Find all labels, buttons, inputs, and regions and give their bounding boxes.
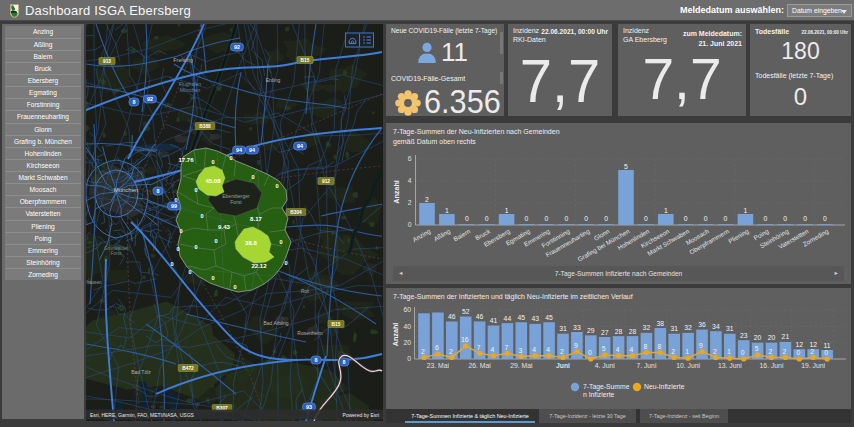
svg-text:München: München [180, 87, 201, 93]
svg-text:0: 0 [229, 155, 232, 161]
svg-text:2: 2 [449, 348, 453, 355]
svg-text:8: 8 [133, 99, 136, 105]
svg-text:17.76: 17.76 [178, 156, 194, 163]
svg-text:27: 27 [601, 329, 609, 336]
svg-text:7: 7 [505, 344, 509, 351]
svg-text:Bad Aibling: Bad Aibling [263, 320, 288, 326]
svg-text:9.43: 9.43 [218, 223, 230, 230]
svg-text:5: 5 [755, 345, 759, 352]
svg-text:4: 4 [616, 346, 620, 353]
svg-text:0: 0 [279, 239, 282, 245]
svg-text:Pliening: Pliening [727, 227, 751, 245]
svg-text:8: 8 [157, 188, 160, 194]
svg-text:7: 7 [477, 344, 481, 351]
svg-text:B15: B15 [332, 322, 341, 327]
svg-text:22.12: 22.12 [251, 262, 267, 269]
svg-text:28: 28 [629, 328, 637, 335]
svg-text:29. Mai: 29. Mai [510, 362, 533, 369]
svg-text:99: 99 [171, 203, 177, 209]
svg-text:4. Juni: 4. Juni [595, 362, 616, 369]
svg-text:11: 11 [824, 342, 831, 349]
svg-text:0: 0 [684, 215, 688, 222]
svg-text:32: 32 [643, 324, 651, 331]
svg-text:2: 2 [671, 348, 675, 355]
svg-text:94: 94 [297, 143, 303, 149]
svg-text:Speichersee: Speichersee [134, 147, 158, 152]
svg-text:5: 5 [624, 163, 628, 170]
svg-text:34: 34 [712, 323, 720, 330]
svg-text:20: 20 [754, 334, 762, 341]
svg-text:2: 2 [769, 348, 773, 355]
svg-text:B472: B472 [182, 366, 194, 371]
svg-text:5: 5 [602, 345, 606, 352]
svg-text:92: 92 [234, 44, 240, 50]
svg-text:36: 36 [698, 321, 706, 328]
svg-text:0: 0 [588, 349, 592, 356]
svg-text:20: 20 [403, 339, 411, 346]
svg-text:2: 2 [408, 199, 412, 206]
svg-text:6: 6 [408, 155, 412, 162]
svg-text:4: 4 [630, 346, 634, 353]
svg-text:0: 0 [704, 215, 708, 222]
svg-text:1: 1 [744, 207, 748, 214]
svg-text:4: 4 [532, 346, 536, 353]
svg-text:8: 8 [343, 359, 346, 365]
svg-text:8: 8 [315, 357, 318, 363]
svg-text:0: 0 [824, 349, 828, 356]
svg-text:2: 2 [810, 348, 814, 355]
svg-text:Bad Tölz: Bad Tölz [131, 369, 151, 375]
svg-text:B388: B388 [199, 124, 211, 129]
svg-text:0: 0 [796, 349, 800, 356]
svg-text:B15: B15 [301, 58, 310, 63]
svg-text:2: 2 [425, 196, 429, 203]
svg-text:Freising: Freising [173, 57, 193, 63]
svg-text:0: 0 [251, 174, 254, 180]
svg-text:1: 1 [505, 207, 509, 214]
svg-text:23: 23 [740, 332, 748, 339]
svg-text:0: 0 [170, 261, 173, 267]
svg-text:0: 0 [214, 238, 217, 244]
svg-text:3: 3 [518, 347, 522, 354]
svg-text:Aßling: Aßling [432, 227, 452, 243]
svg-text:0: 0 [284, 260, 287, 266]
svg-text:Forst: Forst [230, 199, 242, 205]
svg-text:1: 1 [727, 348, 731, 355]
svg-text:4: 4 [491, 346, 495, 353]
svg-text:0: 0 [564, 215, 568, 222]
svg-text:9: 9 [699, 342, 703, 349]
svg-text:2: 2 [783, 348, 787, 355]
svg-text:46: 46 [476, 313, 484, 320]
svg-text:1: 1 [664, 207, 668, 214]
svg-text:Baiern: Baiern [452, 227, 472, 242]
svg-text:0: 0 [200, 213, 203, 219]
svg-text:40: 40 [403, 323, 411, 330]
svg-text:31: 31 [670, 325, 678, 332]
svg-text:0: 0 [211, 159, 214, 165]
svg-text:0: 0 [584, 215, 588, 222]
svg-text:0: 0 [604, 215, 608, 222]
svg-text:4: 4 [408, 177, 412, 184]
svg-text:Rosenheim: Rosenheim [297, 330, 322, 336]
svg-text:hausen: hausen [86, 280, 102, 285]
svg-text:0: 0 [525, 215, 529, 222]
svg-text:0: 0 [194, 244, 197, 250]
svg-text:0: 0 [741, 349, 745, 356]
svg-text:B304: B304 [290, 210, 302, 215]
svg-text:8: 8 [644, 343, 648, 350]
svg-text:12: 12 [796, 341, 804, 348]
svg-text:60: 60 [403, 306, 411, 313]
svg-text:Powered by Esri: Powered by Esri [343, 412, 379, 418]
svg-text:0: 0 [275, 183, 278, 189]
svg-text:93: 93 [306, 404, 312, 410]
svg-text:32: 32 [684, 324, 692, 331]
svg-text:8.17: 8.17 [250, 215, 262, 222]
svg-text:33: 33 [573, 324, 581, 331]
svg-text:0: 0 [176, 246, 179, 252]
svg-text:31: 31 [559, 325, 567, 332]
svg-text:13. Juni: 13. Juni [718, 362, 742, 369]
svg-text:94: 94 [236, 147, 242, 153]
svg-text:0: 0 [644, 215, 648, 222]
svg-text:94: 94 [249, 147, 255, 153]
svg-text:0: 0 [211, 275, 214, 281]
svg-text:913: 913 [103, 59, 111, 64]
